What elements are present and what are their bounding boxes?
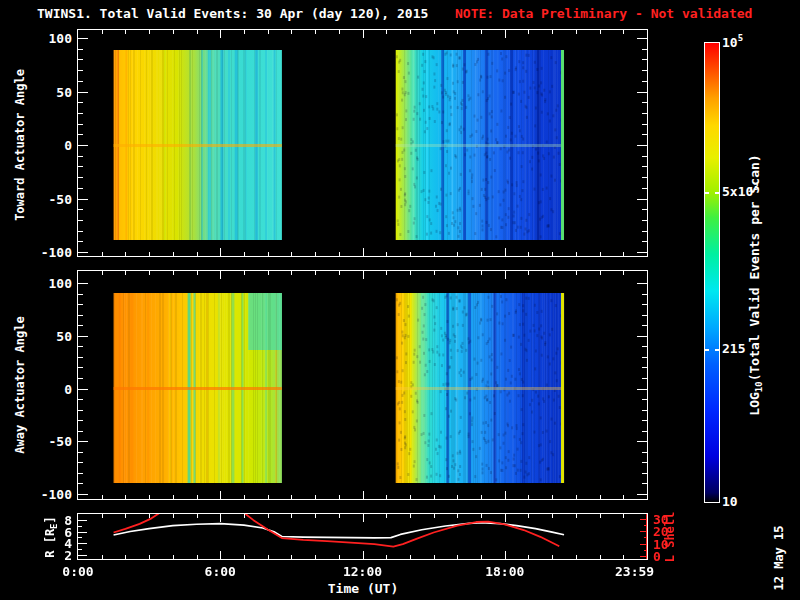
y-tick bbox=[78, 177, 83, 178]
y-tick-label: 100 bbox=[30, 277, 72, 290]
x-tick bbox=[600, 495, 601, 499]
y-tick bbox=[637, 389, 647, 390]
y-tick bbox=[637, 336, 647, 337]
y-tick bbox=[78, 70, 83, 71]
x-tick bbox=[528, 495, 529, 499]
y-tick bbox=[78, 166, 83, 167]
y-tick bbox=[78, 49, 83, 50]
y-tick bbox=[642, 452, 647, 453]
x-tick bbox=[244, 555, 245, 559]
x-tick bbox=[528, 30, 529, 34]
x-tick bbox=[315, 30, 316, 34]
y-tick bbox=[78, 473, 83, 474]
y-tick bbox=[637, 92, 647, 93]
x-tick bbox=[410, 271, 411, 275]
y-tick bbox=[78, 431, 83, 432]
x-tick bbox=[552, 30, 553, 34]
l-tick bbox=[640, 519, 647, 520]
x-tick bbox=[102, 271, 103, 275]
x-tick bbox=[528, 514, 529, 518]
x-tick bbox=[149, 30, 150, 34]
x-tick bbox=[386, 252, 387, 256]
x-tick bbox=[481, 514, 482, 518]
x-tick bbox=[505, 491, 506, 499]
x-tick bbox=[315, 271, 316, 275]
y-tick bbox=[642, 420, 647, 421]
x-tick bbox=[149, 555, 150, 559]
x-tick bbox=[220, 248, 221, 256]
x-tick bbox=[528, 252, 529, 256]
x-tick bbox=[481, 252, 482, 256]
y-tick-label: 0 bbox=[30, 139, 72, 152]
x-tick bbox=[434, 271, 435, 275]
y-tick bbox=[78, 483, 83, 484]
x-tick bbox=[434, 495, 435, 499]
x-tick bbox=[102, 555, 103, 559]
colorbar bbox=[704, 42, 720, 503]
y-tick bbox=[642, 49, 647, 50]
colorbar-tick-label: 215 bbox=[722, 342, 745, 355]
x-tick bbox=[457, 30, 458, 34]
x-tick bbox=[244, 30, 245, 34]
y-tick bbox=[78, 325, 83, 326]
y-tick bbox=[642, 462, 647, 463]
colorbar-tick-label: 5x103 bbox=[722, 185, 759, 198]
x-tick bbox=[339, 495, 340, 499]
l-tick bbox=[640, 544, 647, 545]
y-tick bbox=[637, 252, 647, 253]
x-tick-label: 12:00 bbox=[333, 565, 393, 578]
l-tick-label: 20 bbox=[653, 525, 669, 538]
x-axis-title: Time (UT) bbox=[328, 582, 398, 595]
x-tick bbox=[600, 514, 601, 518]
x-tick bbox=[291, 271, 292, 275]
y-tick bbox=[642, 315, 647, 316]
y-tick bbox=[78, 38, 88, 39]
x-tick bbox=[528, 555, 529, 559]
y-tick bbox=[637, 441, 647, 442]
y-tick bbox=[642, 209, 647, 210]
y-tick bbox=[78, 399, 83, 400]
y-tick bbox=[642, 410, 647, 411]
x-tick bbox=[576, 271, 577, 275]
x-tick bbox=[481, 555, 482, 559]
x-tick bbox=[268, 271, 269, 275]
y-tick bbox=[642, 70, 647, 71]
y-tick bbox=[642, 81, 647, 82]
x-tick bbox=[197, 495, 198, 499]
y-tick bbox=[642, 399, 647, 400]
x-tick bbox=[410, 495, 411, 499]
x-tick bbox=[600, 252, 601, 256]
y-tick bbox=[642, 124, 647, 125]
x-tick bbox=[197, 514, 198, 518]
x-tick bbox=[125, 514, 126, 518]
x-tick bbox=[552, 271, 553, 275]
y-tick bbox=[78, 113, 83, 114]
orbit-line-panel bbox=[77, 513, 648, 560]
y-tick-label: -50 bbox=[30, 435, 72, 448]
y-tick bbox=[78, 315, 83, 316]
x-tick bbox=[220, 551, 221, 559]
x-tick bbox=[576, 495, 577, 499]
x-tick bbox=[197, 555, 198, 559]
x-tick bbox=[197, 30, 198, 34]
x-tick bbox=[457, 495, 458, 499]
x-tick bbox=[220, 491, 221, 499]
y-tick bbox=[78, 441, 88, 442]
x-tick bbox=[386, 555, 387, 559]
y-tick bbox=[78, 102, 83, 103]
x-tick bbox=[102, 514, 103, 518]
x-tick-label: 23:59 bbox=[605, 565, 665, 578]
x-tick bbox=[291, 495, 292, 499]
r-tick bbox=[78, 543, 87, 544]
plot-page: TWINS1. Total Valid Events: 30 Apr (day … bbox=[0, 0, 800, 600]
y-tick bbox=[78, 420, 83, 421]
x-tick bbox=[457, 555, 458, 559]
colorbar-tick-label: 105 bbox=[722, 36, 743, 49]
r-tick bbox=[78, 532, 87, 533]
x-tick bbox=[339, 252, 340, 256]
x-tick bbox=[505, 514, 506, 522]
y-tick bbox=[642, 367, 647, 368]
y-tick bbox=[642, 241, 647, 242]
x-tick bbox=[268, 514, 269, 518]
x-tick bbox=[410, 555, 411, 559]
